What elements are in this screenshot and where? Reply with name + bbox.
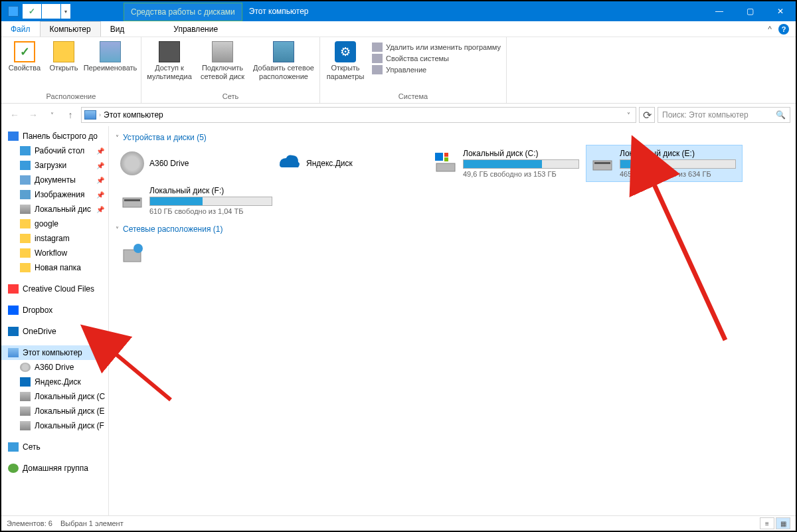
pin-icon: 📌: [96, 147, 104, 155]
ribbon-collapse-button[interactable]: ^: [768, 25, 772, 34]
ribbon-group-location-label: Расположение: [46, 91, 96, 102]
sidebar-item[interactable]: Документы📌: [1, 173, 108, 187]
sidebar-item-label: Локальный дис: [35, 205, 91, 214]
sidebar-item[interactable]: Локальный диск (F: [1, 418, 108, 433]
ribbon-group-system-label: Система: [398, 91, 428, 102]
refresh-button[interactable]: ⟳: [639, 107, 655, 123]
minimize-button[interactable]: —: [704, 1, 735, 21]
ribbon-manage-button[interactable]: Управление: [372, 65, 501, 74]
sidebar-item-icon: [20, 263, 31, 272]
ribbon-open-label: Открыть: [49, 64, 78, 72]
context-tab-drive-tools[interactable]: Средства работы с дисками: [124, 3, 242, 21]
nav-back-button[interactable]: ←: [7, 107, 23, 123]
search-placeholder: Поиск: Этот компьютер: [662, 110, 749, 120]
tab-manage[interactable]: Управление: [164, 22, 227, 37]
dropbox-icon: [8, 306, 19, 315]
sidebar-quick-access[interactable]: Панель быстрого до: [1, 129, 108, 143]
ribbon-open-settings-button[interactable]: ⚙ Открыть параметры: [324, 40, 367, 91]
address-dropdown-icon[interactable]: ˅: [624, 112, 633, 119]
chevron-down-icon: ˅: [116, 134, 119, 141]
address-bar[interactable]: › Этот компьютер ˅: [81, 107, 636, 123]
drive-f-icon: [120, 189, 144, 213]
ribbon-media-access-button[interactable]: Доступ к мультимедиа: [145, 40, 193, 91]
ribbon-group-system: ⚙ Открыть параметры Удалить или изменить…: [320, 37, 507, 103]
qat-button-1[interactable]: ✓: [23, 4, 41, 19]
drive-c[interactable]: Локальный диск (C:) 49,6 ГБ свободно из …: [429, 145, 586, 182]
view-tiles-button[interactable]: ▦: [776, 517, 790, 529]
status-selection: Выбран 1 элемент: [60, 519, 124, 527]
drive-c-bar: [463, 159, 579, 169]
sidebar-item[interactable]: Рабочий стол📌: [1, 143, 108, 158]
sidebar-item[interactable]: Новая папка: [1, 260, 108, 275]
ribbon-uninstall-button[interactable]: Удалить или изменить программу: [372, 43, 501, 52]
sidebar-item[interactable]: Локальный дис📌: [1, 202, 108, 217]
drive-e[interactable]: Локальный диск (E:) 465 ГБ свободно из 6…: [586, 145, 743, 182]
drive-f-status: 610 ГБ свободно из 1,04 ТБ: [149, 207, 284, 215]
ribbon-system-props-button[interactable]: Свойства системы: [372, 54, 501, 63]
qat-dropdown[interactable]: ▾: [61, 4, 70, 19]
drive-a360[interactable]: A360 Drive: [116, 145, 272, 182]
sidebar-item[interactable]: Локальный диск (E: [1, 404, 108, 418]
nav-forward-button[interactable]: →: [25, 107, 41, 123]
tab-computer[interactable]: Компьютер: [40, 21, 101, 37]
drive-yandex[interactable]: Яндекс.Диск: [272, 145, 429, 182]
sidebar-creative-cloud[interactable]: Creative Cloud Files: [1, 282, 108, 296]
sidebar-item[interactable]: Яндекс.Диск: [1, 375, 108, 389]
title-bar: ✓ ▾ Средства работы с дисками Этот компь…: [1, 1, 796, 21]
sidebar-item[interactable]: Workflow: [1, 246, 108, 260]
sidebar-dropbox[interactable]: Dropbox: [1, 303, 108, 317]
tab-view[interactable]: Вид: [101, 22, 134, 37]
ribbon-open-button[interactable]: Открыть: [48, 40, 80, 91]
nav-up-button[interactable]: ↑: [62, 107, 78, 123]
tab-file[interactable]: Файл: [1, 22, 40, 37]
search-icon: 🔍: [776, 110, 786, 120]
creative-cloud-icon: [8, 284, 19, 294]
ribbon-add-network-button[interactable]: Добавить сетевое расположение: [252, 40, 315, 91]
close-button[interactable]: ✕: [765, 1, 796, 21]
breadcrumb-path[interactable]: Этот компьютер: [104, 110, 163, 120]
sidebar-item[interactable]: Изображения📌: [1, 187, 108, 202]
drive-c-icon: [434, 151, 458, 175]
status-bar: Элементов: 6 Выбран 1 элемент ≡ ▦: [1, 515, 796, 531]
sidebar-item[interactable]: Загрузки📌: [1, 158, 108, 173]
drive-c-status: 49,6 ГБ свободно из 153 ГБ: [463, 170, 581, 178]
main-body: Панель быстрого до Рабочий стол📌Загрузки…: [1, 126, 796, 515]
ribbon-map-drive-button[interactable]: Подключить сетевой диск: [197, 40, 248, 91]
sidebar-homegroup[interactable]: Домашняя группа: [1, 461, 108, 476]
drive-f[interactable]: Локальный диск (F:) 610 ГБ свободно из 1…: [116, 182, 288, 219]
section-devices-label: Устройства и диски (5): [123, 133, 207, 142]
system-props-icon: [372, 54, 383, 63]
search-input[interactable]: Поиск: Этот компьютер 🔍: [658, 107, 790, 123]
section-network-header[interactable]: ˅Сетевые расположения (1): [116, 222, 789, 236]
network-item[interactable]: [116, 236, 789, 271]
sidebar-network[interactable]: Сеть: [1, 440, 108, 454]
drive-e-status: 465 ГБ свободно из 634 ГБ: [620, 170, 738, 178]
view-details-button[interactable]: ≡: [760, 517, 774, 529]
sidebar-this-pc[interactable]: Этот компьютер: [1, 345, 108, 360]
maximize-button[interactable]: ▢: [735, 1, 765, 21]
section-devices-header[interactable]: ˅Устройства и диски (5): [116, 130, 789, 145]
sidebar-onedrive[interactable]: OneDrive: [1, 324, 108, 339]
ribbon-rename-label: Переименовать: [84, 64, 137, 72]
sidebar-item[interactable]: Локальный диск (С: [1, 389, 108, 404]
nav-sidebar: Панель быстрого до Рабочий стол📌Загрузки…: [1, 126, 109, 515]
drive-a360-label: A360 Drive: [149, 159, 268, 168]
ribbon-group-location: ✓ Свойства Открыть Переименовать Располо…: [1, 37, 141, 103]
drive-c-label: Локальный диск (C:): [463, 149, 581, 158]
sidebar-item-label: Рабочий стол: [35, 146, 84, 155]
help-icon[interactable]: ?: [778, 24, 789, 35]
address-bar-row: ← → ˅ ↑ › Этот компьютер ˅ ⟳ Поиск: Этот…: [1, 104, 796, 126]
qat-button-2[interactable]: [42, 4, 60, 19]
ribbon-rename-button[interactable]: Переименовать: [84, 40, 137, 91]
pin-icon: 📌: [96, 191, 104, 199]
sidebar-item[interactable]: google: [1, 217, 108, 231]
nav-history-dropdown[interactable]: ˅: [44, 107, 60, 123]
svg-rect-5: [594, 162, 610, 164]
sidebar-homegroup-label: Домашняя группа: [23, 464, 88, 473]
sidebar-item-icon: [20, 234, 31, 243]
sidebar-item[interactable]: A360 Drive: [1, 360, 108, 375]
ribbon-group-network: Доступ к мультимедиа Подключить сетевой …: [141, 37, 320, 103]
ribbon-properties-button[interactable]: ✓ Свойства: [5, 40, 44, 91]
sidebar-item-label: Workflow: [35, 248, 67, 258]
sidebar-item[interactable]: instagram: [1, 231, 108, 246]
